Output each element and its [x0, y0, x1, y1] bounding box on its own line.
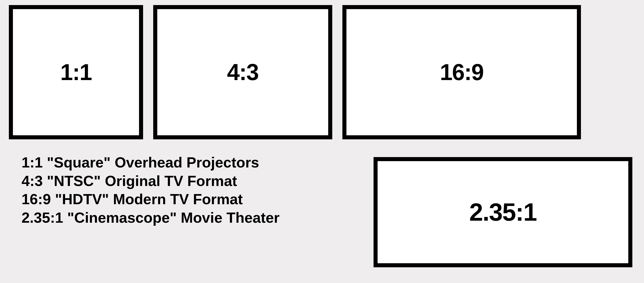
aspect-label-1-1: 1:1 [60, 59, 92, 85]
legend-line-1: 1:1 "Square" Overhead Projectors [22, 153, 280, 172]
aspect-label-16-9: 16:9 [440, 59, 483, 85]
aspect-box-4-3: 4:3 [153, 5, 332, 139]
aspect-box-16-9: 16:9 [342, 5, 581, 139]
aspect-ratio-row: 1:1 4:3 16:9 [9, 5, 581, 139]
aspect-label-2-35-1: 2.35:1 [469, 198, 537, 227]
aspect-box-2-35-1: 2.35:1 [374, 157, 632, 267]
legend-line-3: 16:9 "HDTV" Modern TV Format [22, 190, 280, 209]
aspect-box-1-1: 1:1 [9, 5, 143, 139]
aspect-ratio-legend: 1:1 "Square" Overhead Projectors 4:3 "NT… [22, 153, 280, 227]
aspect-label-4-3: 4:3 [227, 59, 258, 85]
legend-line-4: 2.35:1 "Cinemascope" Movie Theater [22, 209, 280, 227]
legend-line-2: 4:3 "NTSC" Original TV Format [22, 172, 280, 190]
